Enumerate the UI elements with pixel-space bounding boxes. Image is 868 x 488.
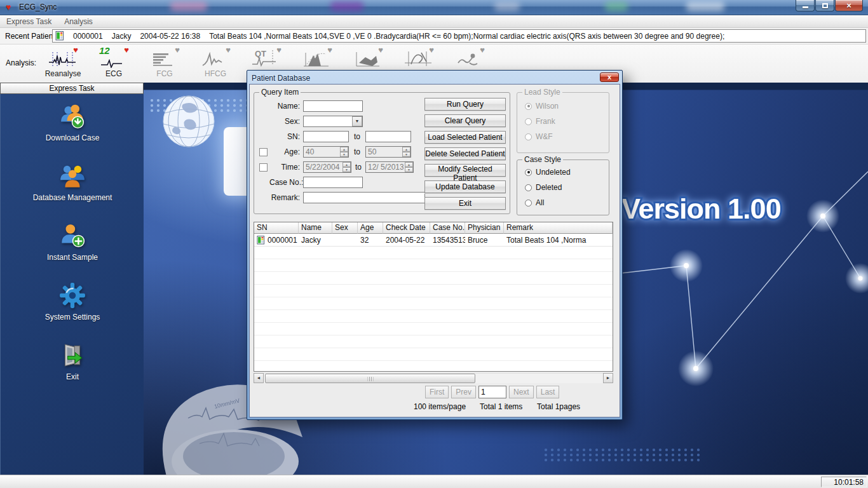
recent-patient-sn: 0000001 bbox=[73, 32, 103, 41]
age-to-down-button[interactable]: ▼ bbox=[402, 152, 410, 157]
column-header-physician[interactable]: Physician bbox=[465, 222, 504, 234]
radio-label: Frank bbox=[536, 117, 555, 126]
radio-label: Deleted bbox=[536, 183, 562, 192]
next-page-button[interactable]: Next bbox=[509, 386, 534, 398]
first-page-button[interactable]: First bbox=[425, 386, 449, 398]
column-header-age[interactable]: Age bbox=[358, 222, 383, 234]
sn-from-input[interactable] bbox=[303, 131, 349, 142]
age-from-up-button[interactable]: ▲ bbox=[340, 147, 348, 152]
to-label: to bbox=[349, 132, 365, 141]
column-header-remark[interactable]: Remark bbox=[504, 222, 613, 234]
patient-database-dialog: Patient Database x Query Item Name: Sex:… bbox=[247, 70, 623, 420]
sidebar-item-exit[interactable]: Exit bbox=[1, 342, 144, 381]
sidebar-item-label: Instant Sample bbox=[1, 253, 144, 262]
hfcg-icon: ♥ bbox=[199, 48, 232, 68]
sidebar-item-database-management[interactable]: Database Management bbox=[1, 163, 144, 202]
age-to-up-button[interactable]: ▲ bbox=[402, 147, 410, 152]
cell-sn: 0000001 bbox=[254, 234, 299, 246]
time-label: Time: bbox=[269, 163, 300, 172]
lead-style-caption: Lead Style bbox=[522, 88, 562, 97]
case-style-option-all[interactable]: All bbox=[525, 198, 544, 207]
scrollbar-grip-icon bbox=[367, 377, 373, 381]
toolbar-reanalyse-button[interactable]: ♥ Reanalyse bbox=[39, 48, 86, 81]
time-to-down-button[interactable]: ▼ bbox=[405, 167, 413, 172]
horizontal-scrollbar[interactable]: ◄ ► bbox=[254, 373, 613, 383]
page-number-input[interactable] bbox=[478, 386, 506, 398]
lead-style-option-frank[interactable]: Frank bbox=[525, 117, 555, 126]
analysis-label: Analysis: bbox=[6, 58, 36, 67]
column-header-check-date[interactable]: Check Date bbox=[383, 222, 430, 234]
column-header-sex[interactable]: Sex bbox=[332, 222, 358, 234]
scroll-right-button[interactable]: ► bbox=[603, 373, 613, 383]
time-to-up-button[interactable]: ▲ bbox=[405, 162, 413, 167]
delete-selected-patient-button[interactable]: Delete Selected Patient bbox=[424, 147, 506, 160]
exercise-icon: ♥ bbox=[453, 48, 486, 68]
toolbar-ecg-button[interactable]: 12 ♥ ECG bbox=[90, 48, 137, 81]
scrollbar-thumb[interactable] bbox=[265, 374, 475, 383]
scrollbar-track[interactable] bbox=[264, 373, 603, 383]
run-query-button[interactable]: Run Query bbox=[424, 98, 506, 111]
sidebar: Download Case Database Management Instan… bbox=[0, 94, 144, 475]
column-header-case-no[interactable]: Case No. bbox=[430, 222, 465, 234]
time-from-up-button[interactable]: ▲ bbox=[342, 162, 351, 167]
lead-style-option-wilson[interactable]: Wilson bbox=[525, 102, 559, 111]
update-database-button[interactable]: Update Database bbox=[424, 180, 506, 193]
total-pages-text: Total 1pages bbox=[537, 402, 580, 411]
minimize-button[interactable] bbox=[796, 0, 815, 11]
column-header-sn[interactable]: SN bbox=[254, 222, 299, 234]
radio-icon bbox=[525, 118, 532, 125]
load-selected-patient-button[interactable]: Load Selected Patient bbox=[424, 131, 506, 144]
to-label: to bbox=[349, 147, 365, 156]
clock-display: 10:01:58 bbox=[821, 477, 867, 487]
close-button[interactable]: × bbox=[835, 0, 863, 11]
sex-dropdown-button[interactable]: ▼ bbox=[352, 116, 362, 126]
sex-label: Sex: bbox=[269, 117, 300, 126]
heart-icon: ♥ bbox=[175, 46, 180, 54]
menu-analysis[interactable]: Analysis bbox=[58, 15, 99, 27]
menu-express-task[interactable]: Express Task bbox=[0, 15, 58, 27]
download-case-icon bbox=[59, 103, 86, 130]
lead-style-option-wf[interactable]: W&F bbox=[525, 132, 553, 141]
last-page-button[interactable]: Last bbox=[536, 386, 560, 398]
dialog-close-button[interactable]: x bbox=[600, 72, 619, 82]
query-item-group: Query Item Name: Sex: ▼ SN: to bbox=[254, 92, 510, 214]
minimize-icon bbox=[803, 6, 808, 8]
dialog-title: Patient Database bbox=[249, 74, 310, 83]
modify-selected-patient-button[interactable]: Modify Selected Patient bbox=[424, 164, 506, 177]
column-header-name[interactable]: Name bbox=[299, 222, 332, 234]
clear-query-button[interactable]: Clear Query bbox=[424, 114, 506, 127]
sidebar-item-instant-sample[interactable]: Instant Sample bbox=[1, 222, 144, 262]
dialog-titlebar[interactable]: Patient Database x bbox=[249, 72, 620, 84]
time-from-down-button[interactable]: ▼ bbox=[342, 167, 351, 172]
exit-button[interactable]: Exit bbox=[424, 197, 506, 210]
case-style-option-undeleted[interactable]: Undeleted bbox=[525, 168, 571, 177]
case-style-option-deleted[interactable]: Deleted bbox=[525, 183, 562, 192]
database-management-icon bbox=[59, 163, 86, 189]
name-input[interactable] bbox=[303, 100, 363, 112]
sidebar-item-download-case[interactable]: Download Case bbox=[1, 103, 144, 142]
maximize-button[interactable] bbox=[815, 0, 834, 11]
prev-page-button[interactable]: Prev bbox=[451, 386, 476, 398]
heart-icon: ♥ bbox=[276, 46, 281, 54]
time-checkbox[interactable] bbox=[259, 163, 268, 172]
table-row[interactable]: 0000001 Jacky 32 2004-05-22 13543513 Bru… bbox=[254, 234, 613, 247]
glass-reflection bbox=[605, 1, 628, 11]
toolbar-hfcg-button[interactable]: ♥ HFCG bbox=[192, 48, 239, 81]
patient-file-icon bbox=[55, 31, 64, 41]
scroll-left-button[interactable]: ◄ bbox=[254, 373, 264, 383]
sidebar-item-system-settings[interactable]: System Settings bbox=[1, 282, 144, 322]
case-style-group: Case Style Undeleted Deleted All bbox=[517, 159, 609, 215]
sn-to-input[interactable] bbox=[365, 131, 411, 142]
name-label: Name: bbox=[269, 102, 300, 111]
age-checkbox[interactable] bbox=[259, 148, 268, 156]
reanalyse-icon: ♥ bbox=[46, 48, 79, 68]
toolbar-fcg-button[interactable]: ♥ FCG bbox=[141, 48, 188, 81]
cell-age: 32 bbox=[358, 234, 383, 246]
heart-icon: ♥ bbox=[327, 46, 332, 54]
recent-patient-field[interactable]: 0000001 Jacky 2004-05-22 16:38 Total Bea… bbox=[52, 29, 866, 43]
age-from-down-button[interactable]: ▼ bbox=[340, 152, 348, 157]
case-no-input[interactable] bbox=[303, 177, 363, 188]
glass-reflection bbox=[330, 1, 363, 11]
remark-input[interactable] bbox=[303, 192, 425, 203]
vcg-icon: ♥ bbox=[402, 48, 435, 68]
